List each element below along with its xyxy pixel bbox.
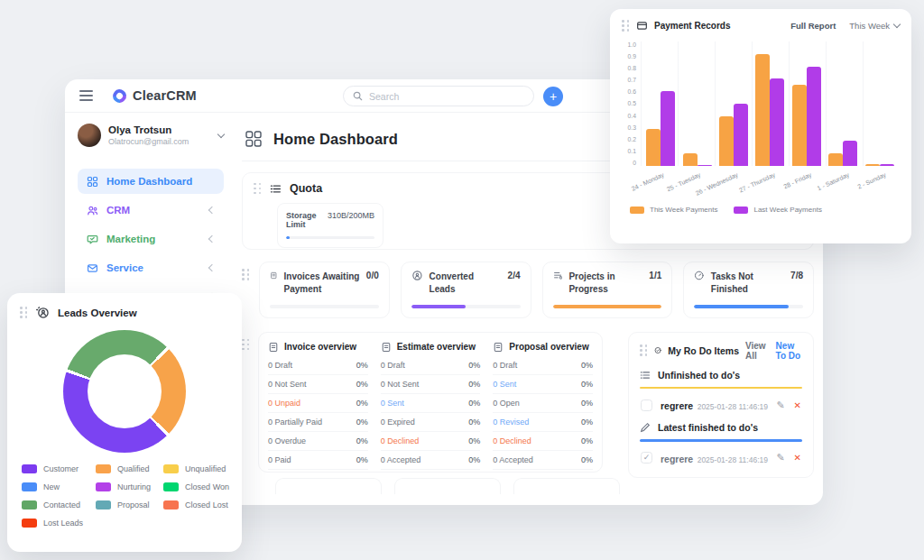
overview-row[interactable]: 0 Overdue0% [268, 432, 368, 451]
chevron-left-icon[interactable] [208, 207, 216, 214]
sidebar-item-service[interactable]: Service [78, 255, 224, 280]
overview-row-value: 0% [581, 361, 593, 370]
edit-icon[interactable]: ✎ [776, 399, 784, 411]
todo-checkbox-checked[interactable]: ✓ [641, 452, 652, 464]
overview-row-label: 0 Unpaid [268, 399, 300, 408]
sidebar-item-marketing[interactable]: Marketing [78, 226, 224, 252]
legend-swatch [163, 464, 179, 473]
overview-row[interactable]: 0 Not Sent0% [381, 375, 481, 394]
dashboard-grid-icon [87, 176, 98, 188]
projects-icon [553, 270, 563, 281]
bar[interactable] [719, 116, 734, 166]
full-report-link[interactable]: Full Report [790, 21, 836, 31]
search-bar[interactable] [343, 86, 534, 106]
overview-row-value: 0% [581, 380, 593, 389]
view-all-link[interactable]: View All [745, 341, 766, 361]
sidebar-item-crm[interactable]: CRM [78, 197, 224, 223]
search-input[interactable] [369, 91, 504, 102]
overview-row-label: 0 Not Sent [268, 380, 307, 389]
chevron-down-icon[interactable] [217, 130, 225, 137]
overview-row-label: 0 Revised [493, 418, 529, 427]
overview-row[interactable]: 0 Expired0% [381, 413, 481, 432]
bar-group [642, 41, 679, 166]
chevron-left-icon[interactable] [208, 235, 216, 243]
legend-item: This Week Payments [630, 206, 717, 214]
bar-group [752, 41, 788, 166]
drag-handle[interactable] [622, 20, 630, 32]
drag-handle[interactable] [242, 269, 250, 280]
overview-row[interactable]: 0 Accepted0% [381, 451, 481, 470]
overview-row[interactable]: 0 Not Sent0% [268, 375, 368, 394]
drag-handle[interactable] [20, 307, 28, 318]
stat-card-tasks-not-finished[interactable]: Tasks Not Finished 7/8 [683, 262, 814, 318]
stat-card-projects-in-progress[interactable]: Projects in Progress 1/1 [542, 262, 673, 318]
drag-handle[interactable] [254, 183, 262, 195]
bar[interactable] [828, 153, 843, 166]
bar[interactable] [734, 104, 748, 166]
overview-row[interactable]: 0 Declined0% [381, 432, 481, 451]
overview-row[interactable]: 0 Revised0% [493, 413, 593, 432]
chat-icon [87, 234, 98, 245]
bar[interactable] [792, 85, 807, 166]
overview-row-label: 0 Draft [493, 361, 517, 370]
legend-swatch [96, 482, 111, 491]
bar-group [789, 41, 825, 166]
legend-label: Qualified [117, 464, 150, 473]
overview-row[interactable]: 0 Sent0% [381, 394, 481, 413]
delete-icon[interactable]: ✕ [794, 453, 801, 463]
app-logo[interactable]: ClearCRM [113, 88, 197, 103]
search-icon [353, 91, 363, 101]
new-todo-link[interactable]: New To Do [776, 341, 802, 361]
legend-swatch [734, 207, 748, 214]
overview-row[interactable]: 0 Partially Paid0% [268, 413, 368, 432]
legend-swatch [96, 464, 111, 473]
overview-row[interactable]: 0 Draft0% [381, 356, 481, 375]
overview-row-value: 0% [356, 361, 368, 370]
bar[interactable] [661, 91, 675, 166]
dashboard-icon [244, 129, 263, 149]
legend-item: Last Week Payments [734, 206, 821, 214]
bar[interactable] [843, 141, 857, 166]
user-profile[interactable]: Olya Trotsun Olatrocun@gmail.com [78, 124, 224, 161]
overview-row[interactable]: 0 Declined0% [493, 432, 593, 451]
period-dropdown[interactable]: This Week [849, 21, 900, 31]
chevron-left-icon[interactable] [208, 264, 216, 271]
payment-card-icon [636, 20, 648, 32]
user-name: Olya Trotsun [108, 124, 189, 135]
overview-row-value: 0% [581, 399, 593, 408]
legend-label: Proposal [117, 500, 150, 510]
overview-row[interactable]: 0 Paid0% [268, 451, 368, 470]
legend-item: Closed Lost [163, 500, 229, 510]
stat-progress-fill [694, 305, 789, 308]
edit-icon[interactable]: ✎ [776, 452, 784, 464]
bar[interactable] [683, 153, 698, 166]
section-underline [640, 387, 802, 390]
overview-row[interactable]: 0 Sent0% [493, 375, 593, 394]
overview-row-value: 0% [468, 380, 480, 389]
bar[interactable] [807, 67, 821, 166]
drag-handle[interactable] [242, 339, 250, 351]
overview-row[interactable]: 0 Draft0% [268, 356, 368, 375]
overview-row-label: 0 Declined [381, 436, 420, 445]
bar[interactable] [770, 78, 784, 166]
overview-row[interactable]: 0 Unpaid0% [268, 394, 368, 413]
stat-card-converted-leads[interactable]: Converted Leads 2/4 [401, 262, 531, 318]
overview-row[interactable]: 0 Open0% [493, 394, 593, 413]
sidebar-item-home-dashboard[interactable]: Home Dashboard [78, 169, 224, 194]
speedometer-icon [694, 270, 705, 281]
sidebar-item-label: Home Dashboard [106, 176, 192, 187]
todo-checkbox[interactable] [641, 399, 652, 411]
stat-card-invoices-awaiting[interactable]: Invoices Awaiting Payment 0/0 [259, 262, 390, 318]
delete-icon[interactable]: ✕ [794, 400, 801, 410]
leads-donut-chart[interactable] [63, 330, 186, 453]
bar[interactable] [646, 129, 661, 166]
storage-limit-value: 310B/200MB [328, 211, 374, 229]
drag-handle[interactable] [640, 344, 648, 356]
hamburger-menu-icon[interactable] [79, 90, 93, 100]
bar[interactable] [755, 54, 770, 166]
overview-row[interactable]: 0 Draft0% [493, 356, 593, 375]
overview-row[interactable]: 0 Accepted0% [493, 451, 593, 470]
add-button[interactable]: + [543, 87, 563, 106]
legend-swatch [630, 207, 644, 214]
storage-limit-card[interactable]: Storage Limit 310B/200MB [277, 203, 383, 248]
